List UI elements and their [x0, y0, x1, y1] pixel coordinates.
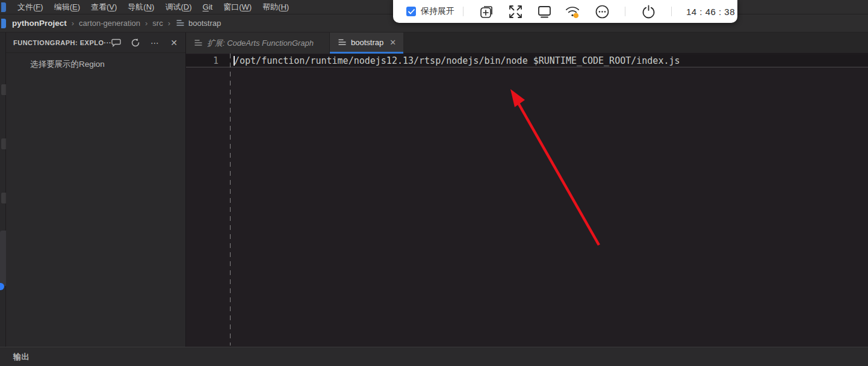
code-line-current[interactable]: 1 /opt/function/runtime/nodejs12.13/rtsp…	[186, 54, 868, 67]
file-list-icon	[176, 19, 184, 28]
activity-item-partial[interactable]	[1, 138, 6, 149]
menu-label: )	[249, 2, 252, 11]
display-icon[interactable]	[536, 4, 552, 19]
editor-group: 扩展: CodeArts FunctionGraph bootstrap ✕ 1…	[186, 33, 868, 347]
menu-mnemonic: H	[281, 2, 286, 11]
tab-extension-codearts-functiongraph[interactable]: 扩展: CodeArts FunctionGraph	[186, 33, 330, 54]
menu-label: )	[40, 2, 43, 11]
menu-label: )	[114, 2, 117, 11]
app-logo-icon	[1, 2, 6, 12]
file-list-icon	[194, 39, 202, 48]
main-area: FUNCTIONGRAPH: EXPLO··· ⋯ ✕ 选择要展示的Region	[0, 33, 868, 347]
sidebar-content: 选择要展示的Region	[6, 53, 185, 70]
session-clock: 14 : 46 : 38	[686, 7, 735, 17]
breadcrumb-separator: ›	[72, 19, 74, 28]
keep-expanded-label: 保持展开	[421, 6, 454, 17]
region-select-item[interactable]: 选择要展示的Region	[30, 60, 105, 69]
activity-item-active[interactable]	[0, 231, 6, 286]
menu-label: 调试(	[165, 2, 183, 13]
remote-session-toolbar: 保持展开 14 : 46 : 38	[393, 0, 737, 23]
comment-icon[interactable]	[111, 37, 122, 48]
menu-label: )	[152, 2, 154, 11]
breadcrumb-separator: ›	[168, 19, 170, 28]
toolbar-divider	[625, 7, 625, 16]
menu-mnemonic: V	[109, 2, 114, 11]
bottom-panel-bar: 输出	[0, 347, 868, 366]
menu-label: 窗口(	[223, 2, 241, 13]
menu-mnemonic: N	[146, 2, 152, 11]
line-number: 1	[186, 55, 223, 66]
fullscreen-icon[interactable]	[507, 4, 523, 19]
menu-file[interactable]: 文件(F)	[12, 0, 49, 14]
power-icon[interactable]	[640, 4, 656, 19]
sidebar-header: FUNCTIONGRAPH: EXPLO··· ⋯ ✕	[6, 33, 185, 53]
toolbar-divider	[671, 7, 672, 16]
more-options-icon[interactable]	[594, 4, 610, 19]
close-panel-icon[interactable]: ✕	[169, 37, 179, 48]
menu-label: 文件(	[17, 2, 36, 13]
menu-label: )	[189, 2, 191, 11]
keep-expanded-checkbox[interactable]	[406, 7, 416, 16]
menu-view[interactable]: 查看(V)	[85, 0, 122, 14]
toolbar-divider	[463, 7, 463, 16]
breadcrumb-file[interactable]: bootstrap	[188, 19, 221, 28]
menu-mnemonic: E	[72, 2, 78, 11]
breadcrumb-folder[interactable]: src	[152, 19, 163, 28]
menu-mnemonic: D	[184, 2, 189, 11]
editor-tab-bar: 扩展: CodeArts FunctionGraph bootstrap ✕	[186, 33, 868, 54]
code-text[interactable]: /opt/function/runtime/nodejs12.13/rtsp/n…	[223, 55, 680, 66]
menu-mnemonic: G	[203, 2, 209, 11]
more-actions-icon[interactable]: ⋯	[149, 37, 160, 48]
menu-debug[interactable]: 调试(D)	[160, 0, 197, 14]
menu-label: 编辑(	[54, 2, 72, 13]
menu-label: )	[78, 2, 80, 11]
sidebar-actions: ⋯ ✕	[111, 37, 179, 48]
tab-close-icon[interactable]: ✕	[389, 38, 396, 47]
output-panel-label[interactable]: 输出	[13, 352, 29, 362]
activity-bar[interactable]	[0, 33, 6, 347]
breadcrumb-separator: ›	[145, 19, 147, 28]
breadcrumb-folder[interactable]: carton-generation	[79, 19, 140, 28]
menu-edit[interactable]: 编辑(E)	[49, 0, 85, 14]
project-icon	[1, 19, 6, 28]
file-list-icon	[338, 39, 346, 48]
code-editor[interactable]: 1 /opt/function/runtime/nodejs12.13/rtsp…	[186, 54, 868, 347]
activity-badge	[0, 283, 4, 290]
menu-help[interactable]: 帮助(H)	[257, 0, 294, 14]
menu-git[interactable]: Git	[197, 0, 219, 14]
menu-window[interactable]: 窗口(W)	[218, 0, 257, 14]
activity-item-partial[interactable]	[1, 193, 6, 203]
indent-guide	[230, 54, 231, 346]
sidebar-functiongraph-explorer: FUNCTIONGRAPH: EXPLO··· ⋯ ✕ 选择要展示的Region	[6, 33, 186, 347]
activity-item-partial[interactable]	[1, 84, 6, 95]
menu-mnemonic: W	[241, 2, 249, 11]
code-content: /opt/function/runtime/nodejs12.13/rtsp/n…	[234, 55, 680, 66]
tab-label: 扩展: CodeArts FunctionGraph	[207, 38, 314, 49]
menu-navigate[interactable]: 导航(N)	[122, 0, 160, 14]
menu-label: 帮助(	[262, 2, 281, 13]
refresh-icon[interactable]	[130, 37, 141, 48]
tab-label: bootstrap	[351, 38, 383, 47]
menu-label: 导航(	[128, 2, 146, 13]
new-window-icon[interactable]	[479, 4, 494, 19]
wifi-status-icon[interactable]	[565, 4, 581, 19]
menu-label: it	[209, 2, 213, 11]
menu-label: 查看(	[91, 2, 109, 13]
sidebar-title: FUNCTIONGRAPH: EXPLO···	[13, 39, 111, 46]
menu-label: )	[287, 2, 289, 11]
breadcrumb-project[interactable]: pythonProject	[12, 19, 67, 28]
menu-mnemonic: F	[36, 2, 40, 11]
tab-bootstrap[interactable]: bootstrap ✕	[330, 33, 403, 54]
